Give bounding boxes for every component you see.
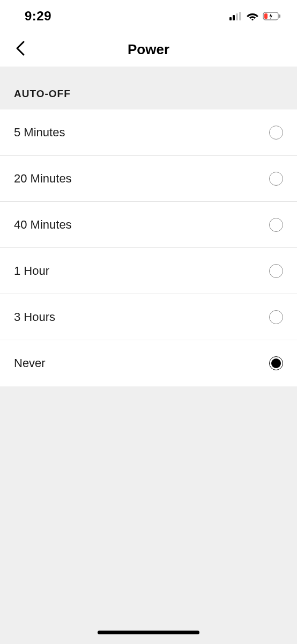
home-indicator [98,631,199,634]
radio-button[interactable] [269,356,283,370]
back-button[interactable] [11,40,30,59]
cellular-signal-icon [229,12,242,20]
radio-button[interactable] [269,310,283,324]
svg-rect-1 [233,15,235,20]
section-header: AUTO-OFF [0,67,297,109]
radio-button[interactable] [269,126,283,140]
option-label: 3 Hours [14,310,55,324]
auto-off-option-row[interactable]: 5 Minutes [0,109,297,156]
nav-header: Power [0,32,297,67]
screen: 9:29 [0,0,297,644]
option-label: 40 Minutes [14,218,72,232]
svg-point-4 [251,19,253,20]
svg-rect-3 [239,12,241,20]
radio-button[interactable] [269,218,283,232]
wifi-icon [247,12,258,20]
battery-low-charging-icon [263,12,281,20]
option-label: Never [14,356,46,370]
option-label: 1 Hour [14,264,49,278]
auto-off-option-row[interactable]: 1 Hour [0,248,297,294]
auto-off-option-row[interactable]: Never [0,340,297,386]
status-time: 9:29 [25,9,51,24]
svg-rect-0 [229,17,232,20]
auto-off-option-list: 5 Minutes20 Minutes40 Minutes1 Hour3 Hou… [0,109,297,386]
radio-button[interactable] [269,172,283,186]
auto-off-option-row[interactable]: 3 Hours [0,294,297,340]
radio-dot-icon [271,358,281,368]
option-label: 20 Minutes [14,172,72,186]
auto-off-option-row[interactable]: 20 Minutes [0,156,297,202]
svg-rect-2 [236,13,238,20]
status-bar: 9:29 [0,0,297,32]
svg-rect-7 [264,13,268,19]
section-title: AUTO-OFF [14,88,283,100]
svg-rect-6 [279,14,281,18]
auto-off-option-row[interactable]: 40 Minutes [0,202,297,248]
option-label: 5 Minutes [14,126,65,140]
radio-button[interactable] [269,264,283,278]
page-title: Power [128,41,169,58]
status-icons [229,12,281,20]
chevron-left-icon [15,40,26,58]
